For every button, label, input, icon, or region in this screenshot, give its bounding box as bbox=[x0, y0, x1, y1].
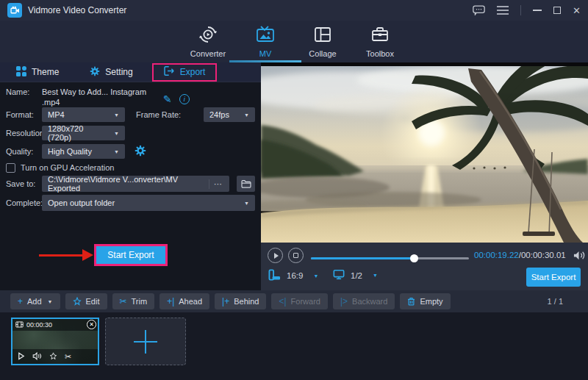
tab-toolbox-label: Toolbox bbox=[366, 49, 394, 58]
timeline-strip: 00:00:30 ✕ ✂ bbox=[0, 312, 588, 380]
theme-grid-icon bbox=[16, 66, 26, 79]
start-export-button[interactable]: Start Export bbox=[94, 244, 168, 266]
quality-dropdown[interactable]: High Quality ▼ bbox=[42, 144, 125, 159]
volume-icon[interactable] bbox=[573, 250, 585, 262]
screen-page-dropdown[interactable]: 1/2 ▼ bbox=[333, 269, 378, 282]
forward-button[interactable]: <| Forward bbox=[271, 293, 327, 309]
red-arrow-line bbox=[39, 254, 85, 257]
start-export-button-preview[interactable]: Start Export bbox=[526, 268, 581, 287]
close-button[interactable]: ✕ bbox=[573, 5, 581, 16]
film-icon bbox=[15, 321, 24, 329]
backward-label: Backward bbox=[352, 297, 387, 306]
chevron-down-icon: ▼ bbox=[108, 112, 119, 118]
aspect-ratio-icon bbox=[268, 269, 281, 282]
tab-converter[interactable]: Converter bbox=[179, 21, 237, 62]
ahead-button[interactable]: +| Ahead bbox=[159, 293, 209, 309]
video-preview[interactable] bbox=[261, 62, 588, 243]
quality-value: High Quality bbox=[48, 147, 92, 156]
info-icon[interactable]: i bbox=[179, 94, 190, 104]
clip-edit-star-icon[interactable] bbox=[49, 352, 57, 362]
vidmore-video-converter-window: Vidmore Video Converter ✕ bbox=[0, 0, 588, 380]
collage-grid-icon bbox=[313, 25, 332, 46]
resolution-dropdown[interactable]: 1280x720 (720p) ▼ bbox=[42, 126, 125, 140]
tab-export[interactable]: Export bbox=[152, 63, 218, 82]
tab-export-label: Export bbox=[180, 67, 206, 77]
clip-tools-bar: ✂ bbox=[12, 349, 98, 364]
add-label: Add bbox=[27, 297, 42, 306]
edit-button[interactable]: Edit bbox=[65, 293, 107, 309]
save-path-value: C:\Vidmore\Vidmore V...onverter\MV Expor… bbox=[48, 175, 209, 193]
chevron-down-icon: ▼ bbox=[108, 149, 119, 154]
behind-label: Behind bbox=[234, 297, 259, 306]
play-button[interactable] bbox=[268, 248, 283, 263]
tab-setting[interactable]: Setting bbox=[81, 62, 141, 82]
frame-rate-dropdown[interactable]: 24fps ▼ bbox=[204, 107, 255, 122]
edit-label: Edit bbox=[86, 297, 100, 306]
gear-icon bbox=[90, 66, 100, 79]
frame-rate-value: 24fps bbox=[209, 110, 229, 119]
maximize-button[interactable] bbox=[553, 7, 561, 14]
window-title: Vidmore Video Converter bbox=[28, 5, 126, 15]
format-dropdown[interactable]: MP4 ▼ bbox=[42, 107, 125, 122]
clip-thumbnail[interactable]: 00:00:30 ✕ ✂ bbox=[11, 318, 99, 365]
name-label: Name: bbox=[6, 87, 29, 96]
titlebar-divider bbox=[520, 5, 521, 15]
clip-play-icon[interactable] bbox=[18, 352, 25, 362]
feedback-icon[interactable] bbox=[473, 5, 485, 15]
trim-label: Trim bbox=[132, 297, 148, 306]
clip-trim-scissors-icon[interactable]: ✂ bbox=[65, 352, 71, 362]
name-value: Best Way to Add... Instagram .mp4 bbox=[42, 87, 158, 108]
empty-button[interactable]: Empty bbox=[400, 293, 450, 309]
browse-more-button[interactable]: ⋯ bbox=[209, 179, 223, 189]
ahead-label: Ahead bbox=[179, 297, 202, 306]
behind-button[interactable]: |+ Behind bbox=[215, 293, 266, 309]
progress-slider[interactable] bbox=[311, 254, 469, 262]
forward-label: Forward bbox=[291, 297, 320, 306]
converter-icon bbox=[198, 25, 218, 46]
monitor-icon bbox=[333, 269, 345, 282]
export-settings-panel: Theme Setting bbox=[0, 62, 261, 290]
progress-knob[interactable] bbox=[410, 254, 418, 262]
backward-button[interactable]: |> Backward bbox=[333, 293, 395, 309]
aspect-ratio-dropdown[interactable]: 16:9 ▼ bbox=[268, 269, 318, 282]
format-label: Format: bbox=[6, 110, 34, 119]
rename-pencil-icon[interactable]: ✎ bbox=[163, 93, 172, 105]
tab-collage[interactable]: Collage bbox=[294, 21, 351, 62]
beach-sunset-frame bbox=[261, 62, 588, 243]
trim-button[interactable]: ✂ Trim bbox=[112, 293, 155, 309]
stop-button[interactable] bbox=[288, 248, 304, 263]
time-display: 00:00:19.22/00:00:30.01 bbox=[474, 251, 566, 259]
play-icon bbox=[274, 253, 279, 259]
tab-converter-label: Converter bbox=[190, 49, 226, 58]
insert-ahead-icon: +| bbox=[167, 296, 174, 306]
tab-theme[interactable]: Theme bbox=[7, 62, 68, 82]
minimize-button[interactable] bbox=[533, 10, 542, 11]
remove-clip-icon[interactable]: ✕ bbox=[87, 320, 96, 329]
clip-volume-icon[interactable] bbox=[32, 352, 42, 362]
complete-dropdown[interactable]: Open output folder ▼ bbox=[42, 195, 255, 211]
clip-info-bar: 00:00:30 bbox=[12, 319, 98, 331]
main-nav: Converter MV Collage bbox=[0, 21, 588, 62]
menu-icon[interactable] bbox=[497, 6, 509, 15]
complete-value: Open output folder bbox=[48, 198, 115, 207]
progress-played bbox=[311, 257, 414, 259]
tab-mv[interactable]: MV bbox=[237, 21, 294, 62]
scissors-icon: ✂ bbox=[120, 296, 127, 306]
empty-label: Empty bbox=[420, 297, 442, 306]
quality-gear-icon[interactable] bbox=[135, 145, 146, 158]
move-forward-icon: <| bbox=[279, 296, 286, 306]
add-clip-slot[interactable] bbox=[105, 318, 186, 365]
resolution-value: 1280x720 (720p) bbox=[48, 124, 108, 142]
clip-toolbar: + Add ▼ Edit ✂ Trim +| Ahead |+ Behind <… bbox=[0, 290, 588, 312]
tab-mv-label: MV bbox=[259, 49, 272, 58]
open-folder-button[interactable] bbox=[237, 176, 255, 192]
chevron-down-icon: ▼ bbox=[48, 299, 53, 304]
red-arrow-head bbox=[82, 249, 93, 261]
save-path-input[interactable]: C:\Vidmore\Vidmore V...onverter\MV Expor… bbox=[42, 176, 229, 192]
chevron-down-icon: ▼ bbox=[238, 201, 249, 206]
tab-toolbox[interactable]: Toolbox bbox=[351, 21, 409, 62]
trash-icon bbox=[407, 297, 415, 306]
add-button[interactable]: + Add ▼ bbox=[10, 293, 60, 309]
gpu-checkbox[interactable] bbox=[6, 163, 15, 173]
title-bar: Vidmore Video Converter ✕ bbox=[0, 0, 588, 21]
